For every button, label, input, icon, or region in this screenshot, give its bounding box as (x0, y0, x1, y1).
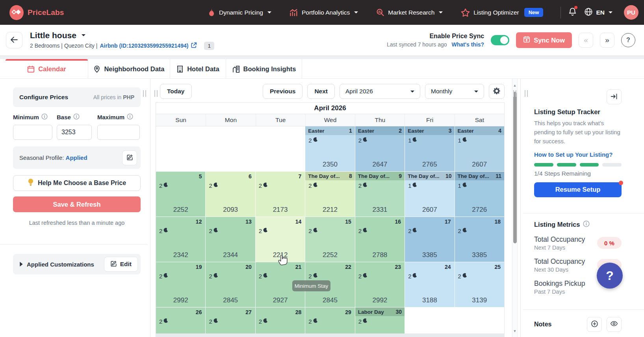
applied-customizations-box: Applied Customizations Edit (13, 254, 141, 274)
calendar-day-28[interactable]: 282 (256, 307, 305, 337)
help-fab-button[interactable]: ? (597, 263, 623, 289)
last-synced-text: Last synced 7 hours ago (387, 41, 447, 48)
tab-booking-insights[interactable]: Booking Insights (226, 59, 302, 79)
tab-hotel-data[interactable]: Hotel Data (170, 59, 226, 79)
calendar-day-27[interactable]: 272 (206, 307, 255, 337)
left-panel-resizer[interactable] (147, 79, 153, 337)
scroll-thumb[interactable] (513, 92, 517, 243)
info-icon[interactable] (583, 220, 590, 229)
calendar-day-16[interactable]: 1622788 (355, 217, 405, 262)
weekday-header-row: SunMonTueWedThuFriSat (156, 114, 505, 126)
info-icon[interactable] (41, 113, 48, 121)
nav-item-dynamic-pricing[interactable]: Dynamic Pricing (207, 8, 271, 17)
event-label: Easter (408, 128, 424, 134)
calendar-day-5[interactable]: 522252 (156, 172, 205, 217)
moon-icon (362, 273, 367, 280)
calendar-day-20[interactable]: 2022845 (206, 262, 255, 307)
expand-right-button[interactable]: » (600, 33, 614, 48)
add-note-button[interactable] (587, 317, 602, 332)
notifications-button[interactable] (568, 7, 577, 18)
view-notes-button[interactable] (607, 317, 622, 332)
listing-count-badge[interactable]: 1 (204, 42, 214, 50)
month-select[interactable]: April 2026 (340, 84, 420, 99)
min-stay-indicator: 2 (259, 182, 268, 189)
event-band: The Day of...8 (305, 172, 354, 180)
seasonal-profile-edit-button[interactable] (122, 150, 137, 165)
calendar-day-6[interactable]: 622093 (206, 172, 255, 217)
event-label: The Day of... (458, 173, 489, 179)
nav-item-listing-optimizer[interactable]: Listing OptimizerNew (461, 8, 543, 17)
calendar-day-25[interactable]: 2523139 (455, 262, 504, 307)
calendar-day-30[interactable]: Labor Day302 (355, 307, 405, 337)
back-button[interactable] (6, 32, 22, 48)
weekday-fri: Fri (405, 114, 454, 126)
calendar-day-12[interactable]: 1222342 (156, 217, 205, 262)
calendar-day-3[interactable]: Easter312765 (405, 126, 454, 171)
help-button[interactable]: ? (621, 33, 635, 47)
calendar-day-2[interactable]: Easter222647 (355, 126, 405, 171)
calendar-day-10[interactable]: The Day of...1012607 (405, 172, 454, 217)
collapse-panel-button[interactable] (607, 89, 622, 104)
min-stay-value: 2 (308, 182, 312, 189)
calendar-day-8[interactable]: The Day of...822212 (305, 172, 354, 217)
maximum-label: Maximum (97, 114, 124, 120)
nav-item-market-research[interactable]: Market Research (376, 8, 443, 17)
horizontal-scroll-strip[interactable] (156, 333, 505, 337)
info-ic.on[interactable] (127, 113, 133, 121)
calendar-day-7[interactable]: 722173 (256, 172, 305, 217)
customizations-edit-button[interactable]: Edit (104, 257, 138, 272)
calendar-day-24[interactable]: 2423188 (405, 262, 454, 307)
calendar-day-4[interactable]: Easter412607 (455, 126, 504, 171)
calendar-day-9[interactable]: The Day of...922331 (355, 172, 405, 217)
external-link-icon[interactable] (191, 42, 197, 50)
whats-this-link[interactable]: What's this? (451, 41, 484, 48)
nav-item-portfolio-analytics[interactable]: Portfolio Analytics (290, 9, 358, 17)
calendar-day-11[interactable]: The Day of...1112726 (455, 172, 504, 217)
resume-setup-button[interactable]: Resume Setup (534, 182, 622, 197)
setup-listing-link[interactable]: How to Set up Your Listing? (534, 151, 622, 158)
calendar-day-17[interactable]: 1723385 (405, 217, 454, 262)
calendar-day-15[interactable]: 1522252 (305, 217, 354, 262)
seasonal-profile-applied-link[interactable]: Applied (66, 154, 87, 161)
tab-label: Hotel Data (187, 65, 219, 73)
calendar-day-13[interactable]: 1322344 (206, 217, 255, 262)
maximum-price-input[interactable] (97, 125, 140, 140)
pricelabs-logo[interactable]: PriceLabs (9, 5, 64, 20)
previous-button[interactable]: Previous (263, 84, 303, 99)
calendar-day-23[interactable]: 2322992 (355, 262, 405, 307)
airbnb-listing-link[interactable]: Airbnb (ID:1203293599255921494) (100, 43, 188, 49)
right-panel-resizer[interactable] (518, 79, 523, 337)
tab-calendar[interactable]: Calendar (6, 59, 88, 79)
applied-customizations-toggle[interactable]: Applied Customizations (19, 261, 94, 268)
collapse-left-button[interactable]: « (579, 33, 593, 48)
listing-title-dropdown[interactable]: Little house (30, 31, 214, 40)
info-icon[interactable] (73, 113, 80, 121)
calendar-settings-button[interactable] (489, 84, 505, 99)
scroll-down-arrow[interactable]: ▼ (512, 329, 517, 333)
calendar-day-1[interactable]: Easter122350 (305, 126, 354, 171)
tab-neighborhood-data[interactable]: Neighborhood Data (88, 59, 170, 79)
min-stay-indicator: 2 (308, 228, 317, 234)
calendar-day-29[interactable]: 292 (305, 307, 354, 337)
setup-tracker-title: Listing Setup Tracker (534, 108, 622, 116)
sync-now-button[interactable]: Sync Now (516, 32, 572, 48)
minimum-price-input[interactable] (13, 125, 52, 140)
calendar-day-19[interactable]: 1922992 (156, 262, 205, 307)
user-avatar[interactable]: PU (624, 5, 638, 20)
min-stay-indicator: 2 (159, 228, 168, 234)
calendar-day-18[interactable]: 1823385 (455, 217, 504, 262)
moon-icon (263, 182, 268, 189)
price-sync-toggle[interactable] (491, 35, 509, 45)
help-choose-base-price-button[interactable]: Help Me Choose a Base Price (13, 175, 141, 191)
calendar-day-26[interactable]: 262 (156, 307, 205, 337)
save-refresh-button[interactable]: Save & Refresh (13, 196, 141, 212)
scroll-up-arrow[interactable]: ▲ (512, 83, 517, 87)
today-button[interactable]: Today (160, 84, 192, 99)
view-select[interactable]: Monthly (425, 84, 484, 99)
calendar-scrollbar[interactable]: ▲ ▼ (512, 79, 518, 337)
language-selector[interactable]: EN (584, 7, 612, 18)
nav-item-label: Listing Optimizer (473, 9, 519, 16)
base-price-input[interactable] (57, 125, 92, 140)
day-number: 7 (298, 173, 301, 180)
next-button[interactable]: Next (307, 84, 335, 99)
